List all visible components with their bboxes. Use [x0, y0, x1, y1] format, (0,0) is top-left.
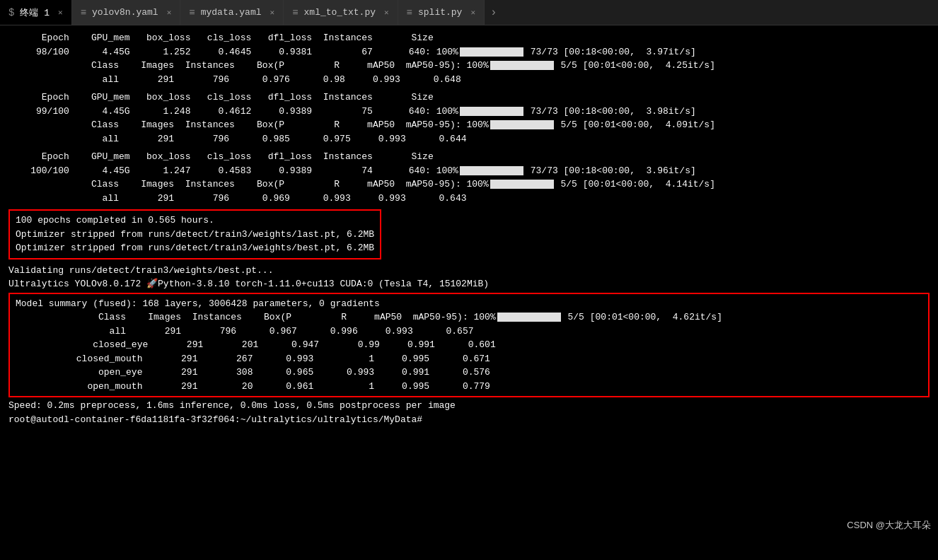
epoch100-val-row: Class Images Instances Box(P R mAP50 mAP…: [8, 177, 930, 192]
epoch98-all: all 291 796 0.976 0.98 0.993 0.648: [8, 73, 930, 87]
box1-line2: Optimizer stripped from runs/detect/trai…: [16, 228, 374, 242]
val-closed-eye: closed_eye 291 201 0.947 0.99 0.991 0.60…: [16, 338, 922, 352]
file-icon-2: ≡: [189, 7, 195, 18]
file-icon-4: ≡: [407, 7, 412, 18]
tab-terminal-label: 终端 1: [20, 6, 50, 19]
epoch100-header: Epoch GPU_mem box_loss cls_loss dfl_loss…: [8, 150, 930, 164]
speed-line: Speed: 0.2ms preprocess, 1.6ms inference…: [8, 399, 930, 413]
tab-mydata-label: mydata.yaml: [201, 7, 262, 18]
tab-terminal[interactable]: $ 终端 1 ✕: [0, 0, 72, 25]
tab-xml[interactable]: ≡ xml_to_txt.py ✕: [284, 0, 398, 25]
epoch99-row: 99/100 4.45G 1.248 0.4612 0.9389 75 640:…: [8, 105, 930, 119]
tab-yolov8n[interactable]: ≡ yolov8n.yaml ✕: [72, 0, 181, 25]
epoch98-val2: 5/5 [00:01<00:00, 4.25it/s]: [555, 59, 715, 73]
prompt-line: root@autodl-container-f6da1181fa-3f32f06…: [8, 413, 930, 427]
epoch99-val-row: Class Images Instances Box(P R mAP50 mAP…: [8, 118, 930, 132]
terminal-content: Epoch GPU_mem box_loss cls_loss dfl_loss…: [0, 25, 938, 560]
tab-split[interactable]: ≡ split.py ✕: [398, 0, 485, 25]
val-open-mouth: open_mouth 291 20 0.961 1 0.995 0.779: [16, 380, 922, 394]
epoch99-val-bar: [490, 120, 554, 129]
val-header-row: Class Images Instances Box(P R mAP50 mAP…: [16, 310, 922, 325]
validating2: Ultralytics YOLOv8.0.172 🚀Python-3.8.10 …: [8, 277, 930, 291]
epoch99-val-text: Class Images Instances Box(P R mAP50 mAP…: [8, 118, 489, 132]
epoch98-val-row: Class Images Instances Box(P R mAP50 mAP…: [8, 59, 930, 73]
terminal-icon: $: [8, 7, 14, 18]
epoch100-progress-bar: [460, 166, 523, 175]
tab-xml-close[interactable]: ✕: [384, 8, 389, 17]
epoch98-row-text: 98/100 4.45G 1.252 0.4645 0.9381 67: [8, 45, 373, 59]
model-summary-box: Model summary (fused): 168 layers, 30064…: [8, 293, 930, 398]
val-header-text: Class Images Instances Box(P R mAP50 mAP…: [16, 310, 496, 325]
epoch100-prog-label: 640: 100%: [376, 164, 458, 178]
epoch98-val-bar: [490, 61, 554, 70]
epoch98-val-text: Class Images Instances Box(P R mAP50 mAP…: [8, 59, 489, 73]
epoch98-prog2: 73/73 [00:18<00:00, 3.97it/s]: [525, 45, 696, 59]
tab-yolov8n-close[interactable]: ✕: [167, 8, 172, 17]
tab-mydata[interactable]: ≡ mydata.yaml ✕: [180, 0, 284, 25]
epoch100-val-bar: [490, 180, 554, 189]
val-header-bar: [497, 313, 561, 322]
epoch99-prog-label: 640: 100%: [376, 105, 458, 119]
file-icon-3: ≡: [292, 7, 298, 18]
tab-xml-label: xml_to_txt.py: [304, 7, 376, 18]
epoch98-row: 98/100 4.45G 1.252 0.4645 0.9381 67 640:…: [8, 45, 930, 59]
epoch100-prog2: 73/73 [00:18<00:00, 3.96it/s]: [525, 164, 696, 178]
validating1: Validating runs/detect/train3/weights/be…: [8, 264, 930, 278]
file-icon-1: ≡: [81, 7, 86, 18]
epoch99-prog2: 73/73 [00:18<00:00, 3.98it/s]: [525, 105, 696, 119]
epoch100-val2: 5/5 [00:01<00:00, 4.14it/s]: [555, 177, 715, 192]
epoch99-val2: 5/5 [00:01<00:00, 4.09it/s]: [555, 118, 715, 132]
epoch99-all: all 291 796 0.985 0.975 0.993 0.644: [8, 132, 930, 146]
epoch100-all: all 291 796 0.969 0.993 0.993 0.643: [8, 192, 930, 206]
completion-box: 100 epochs completed in 0.565 hours. Opt…: [8, 209, 381, 259]
watermark: CSDN @大龙大耳朵: [847, 519, 931, 532]
tab-more-button[interactable]: ›: [485, 6, 503, 19]
tab-split-label: split.py: [418, 7, 462, 18]
epoch98-prog-label: 640: 100%: [376, 45, 458, 59]
tab-terminal-close[interactable]: ✕: [58, 8, 63, 17]
epoch99-header: Epoch GPU_mem box_loss cls_loss dfl_loss…: [8, 91, 930, 105]
epoch100-val-text: Class Images Instances Box(P R mAP50 mAP…: [8, 177, 489, 192]
epoch100-row: 100/100 4.45G 1.247 0.4583 0.9389 74 640…: [8, 164, 930, 178]
tab-bar: $ 终端 1 ✕ ≡ yolov8n.yaml ✕ ≡ mydata.yaml …: [0, 0, 938, 25]
box1-line1: 100 epochs completed in 0.565 hours.: [16, 214, 374, 228]
epoch98-header: Epoch GPU_mem box_loss cls_loss dfl_loss…: [8, 31, 930, 45]
epoch100-row-text: 100/100 4.45G 1.247 0.4583 0.9389 74: [8, 164, 373, 178]
val-open-eye: open_eye 291 308 0.965 0.993 0.991 0.576: [16, 366, 922, 380]
epoch99-progress-bar: [460, 107, 523, 116]
val-prog: 5/5 [00:01<00:00, 4.62it/s]: [562, 310, 722, 325]
tab-yolov8n-label: yolov8n.yaml: [92, 7, 158, 18]
tab-mydata-close[interactable]: ✕: [270, 8, 275, 17]
epoch98-progress-bar: [460, 47, 523, 57]
model-summary: Model summary (fused): 168 layers, 30064…: [16, 297, 922, 311]
epoch99-row-text: 99/100 4.45G 1.248 0.4612 0.9389 75: [8, 105, 373, 119]
tab-split-close[interactable]: ✕: [470, 8, 475, 17]
box1-line3: Optimizer stripped from runs/detect/trai…: [16, 241, 374, 255]
val-all: all 291 796 0.967 0.996 0.993 0.657: [16, 325, 922, 339]
val-closed-mouth: closed_mouth 291 267 0.993 1 0.995 0.671: [16, 352, 922, 366]
